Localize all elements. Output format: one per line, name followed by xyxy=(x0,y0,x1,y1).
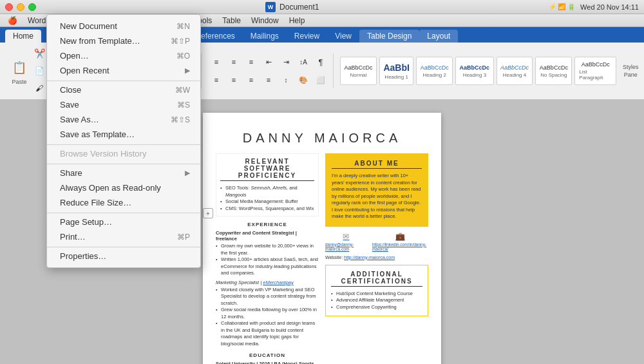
website-label: Website: xyxy=(325,255,343,260)
linkedin-text: https://linkedin.com/in/danny-maiorca/ xyxy=(372,242,428,251)
style-heading1[interactable]: AaBbI Heading 1 xyxy=(379,57,413,85)
menu-open-recent-label: Open Recent xyxy=(60,66,182,75)
menu-new-document[interactable]: New Document ⌘N xyxy=(47,19,200,34)
menu-save-template-label: Save as Template… xyxy=(60,129,190,139)
document-page: + DANNY MAIORCA RELEVANT SOFTWARE PROFIC… xyxy=(203,113,441,364)
decrease-indent-button[interactable]: ⇤ xyxy=(260,53,277,70)
about-text: I'm a deeply creative writer with 10+ ye… xyxy=(332,173,422,220)
tab-review[interactable]: Review xyxy=(287,30,327,43)
copy-button[interactable]: 📄 xyxy=(31,62,48,79)
website-link[interactable]: http://danny-maiorca.com xyxy=(344,255,395,260)
styles-pane-button[interactable]: Styles Pane xyxy=(618,62,644,79)
exp-bullet-1a: Grown my own website to 20,000+ views in… xyxy=(216,243,319,256)
format-painter-button[interactable]: 🖌 xyxy=(31,80,48,97)
menu-open-recent[interactable]: Open Recent ▶ xyxy=(47,63,200,78)
align-right-button[interactable]: ≡ xyxy=(243,72,260,88)
shading-button[interactable]: 🎨 xyxy=(295,72,312,88)
menu-save-template[interactable]: Save as Template… xyxy=(47,127,200,142)
contact-linkedin[interactable]: 💼 https://linkedin.com/in/danny-maiorca/ xyxy=(372,232,428,251)
menu-save-as-label: Save As… xyxy=(60,115,171,124)
document-title: Document1 xyxy=(279,3,319,12)
add-row-button[interactable]: + xyxy=(203,208,213,218)
system-time: Wed 20 Nov 14:11 xyxy=(580,3,639,11)
menu-print[interactable]: Print… ⌘P xyxy=(47,229,200,244)
align-left-button[interactable]: ≡ xyxy=(208,72,225,88)
exp-bullet-2c: Collaborated with product and design tea… xyxy=(216,320,319,347)
file-menu-section-new: New Document ⌘N New from Template… ⌘⇧P O… xyxy=(47,17,200,79)
file-menu-section-print: Page Setup… Print… ⌘P xyxy=(47,213,200,245)
style-heading3[interactable]: AaBbCcDc Heading 3 xyxy=(455,57,493,85)
word-app-icon: W xyxy=(265,2,276,12)
menu-share[interactable]: Share ▶ xyxy=(47,166,200,180)
menu-item-window[interactable]: Window xyxy=(246,15,284,26)
style-heading4[interactable]: AaBbCcDc Heading 4 xyxy=(497,57,533,85)
apple-menu[interactable]: 🍎 xyxy=(3,15,23,26)
style-normal[interactable]: AaBbCcDc Normal xyxy=(340,57,377,85)
tab-view[interactable]: View xyxy=(327,30,359,43)
software-item-2: Social Media Management: Buffer xyxy=(220,198,314,206)
menu-version-history: Browse Version History xyxy=(47,146,200,161)
bullets-button[interactable]: ≡ xyxy=(208,53,225,70)
menu-properties[interactable]: Properties… xyxy=(47,249,200,263)
sort-button[interactable]: ↕A xyxy=(295,53,312,70)
style-heading2[interactable]: AaBbCcDc Heading 2 xyxy=(416,57,453,85)
style-list-paragraph[interactable]: AaBbCcDc List Paragraph xyxy=(574,57,616,85)
menu-open-recent-arrow: ▶ xyxy=(185,66,190,75)
software-section: RELEVANT SOFTWARE PROFICIENCY SEO Tools:… xyxy=(216,153,319,216)
style-no-spacing[interactable]: AaBbCcDc No Spacing xyxy=(535,57,572,85)
menu-page-setup[interactable]: Page Setup… xyxy=(47,215,200,229)
file-menu-dropdown: New Document ⌘N New from Template… ⌘⇧P O… xyxy=(46,14,201,268)
borders-button[interactable]: ⬜ xyxy=(312,72,329,88)
maximize-button[interactable] xyxy=(28,3,36,11)
menu-close-shortcut: ⌘W xyxy=(175,86,190,95)
menu-save[interactable]: Save ⌘S xyxy=(47,97,200,112)
email-text: danny@danny-maiorca.com xyxy=(325,242,367,251)
menu-save-as-shortcut: ⌘⇧S xyxy=(171,115,190,124)
menu-close[interactable]: Close ⌘W xyxy=(47,82,200,97)
edu-school: Solent University | 2016 | BA (Hons) Spo… xyxy=(216,361,319,364)
traffic-lights xyxy=(5,3,36,11)
tab-table-design[interactable]: Table Design xyxy=(359,30,419,43)
minimize-button[interactable] xyxy=(17,3,24,11)
cert-title: ADDITIONAL CERTIFICATIONS xyxy=(331,271,422,287)
multilevel-list-button[interactable]: ≡ xyxy=(243,53,260,70)
resume-left-column: RELEVANT SOFTWARE PROFICIENCY SEO Tools:… xyxy=(216,153,319,364)
education-title: EDUCATION xyxy=(216,352,319,358)
email-icon: ✉ xyxy=(343,232,349,241)
show-formatting-button[interactable]: ¶ xyxy=(312,53,329,70)
clipboard-group: 📋 Paste ✂️ 📄 🖌 xyxy=(5,45,52,97)
tab-home[interactable]: Home xyxy=(5,30,41,43)
line-spacing-button[interactable]: ↕ xyxy=(278,72,294,88)
paste-button[interactable]: 📋 xyxy=(9,57,30,78)
numbering-button[interactable]: ≡ xyxy=(225,53,242,70)
tab-table-layout[interactable]: Layout xyxy=(419,30,458,43)
title-bar-center: W Document1 xyxy=(36,2,549,12)
menu-reduce-size[interactable]: Reduce File Size… xyxy=(47,195,200,210)
menu-open[interactable]: Open… ⌘O xyxy=(47,48,200,63)
exp-company-link[interactable]: eMerchantpay xyxy=(263,280,294,285)
menu-item-help[interactable]: Help xyxy=(284,15,310,26)
menu-close-label: Close xyxy=(60,85,175,95)
align-center-button[interactable]: ≡ xyxy=(225,72,242,88)
contact-email[interactable]: ✉ danny@danny-maiorca.com xyxy=(325,232,367,251)
menu-properties-label: Properties… xyxy=(60,251,190,261)
menu-item-table[interactable]: Table xyxy=(217,15,246,26)
close-button[interactable] xyxy=(5,3,13,11)
menu-save-as[interactable]: Save As… ⌘⇧S xyxy=(47,112,200,127)
title-bar-right: ⚡ 📶 🔋 Wed 20 Nov 14:11 xyxy=(549,3,639,11)
cut-button[interactable]: ✂️ xyxy=(31,45,48,62)
battery-icons: ⚡ 📶 🔋 xyxy=(549,3,576,10)
exp-bullet-2b: Grew social media following by over 100%… xyxy=(216,307,319,320)
menu-read-only[interactable]: Always Open as Read-only xyxy=(47,180,200,195)
contact-section: ✉ danny@danny-maiorca.com 💼 https://link… xyxy=(325,232,428,251)
increase-indent-button[interactable]: ⇥ xyxy=(278,53,294,70)
paragraph-group: ≡ ≡ ≡ ⇤ ⇥ ↕A ¶ ≡ ≡ ≡ ≡ ↕ 🎨 ⬜ xyxy=(204,53,334,88)
menu-new-template[interactable]: New from Template… ⌘⇧P xyxy=(47,34,200,48)
tab-mailings[interactable]: Mailings xyxy=(243,30,287,43)
menu-open-shortcut: ⌘O xyxy=(176,52,190,61)
menu-print-shortcut: ⌘P xyxy=(177,233,190,242)
exp-bullet-2a: Worked closely with VP Marketing and SEO… xyxy=(216,287,319,307)
justify-button[interactable]: ≡ xyxy=(260,72,277,88)
file-menu-section-properties: Properties… xyxy=(47,247,200,265)
exp-role-2: Marketing Specialist | eMerchantpay xyxy=(216,280,319,285)
